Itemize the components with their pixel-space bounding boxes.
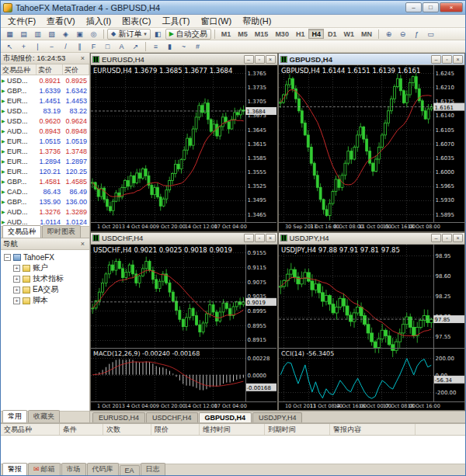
- new-order-button[interactable]: ◆新订单▾: [107, 29, 151, 40]
- expand-icon[interactable]: +: [13, 297, 20, 304]
- chart-minimize-button[interactable]: –: [431, 234, 441, 242]
- navigator-item-EA交易[interactable]: +EA交易: [1, 284, 89, 295]
- menu-item[interactable]: 插入(I): [81, 15, 116, 28]
- chart-titlebar[interactable]: EURUSD,H4 – ▫ ×: [91, 54, 277, 65]
- navigator-item-脚本[interactable]: +脚本: [1, 295, 89, 306]
- market-watch-row[interactable]: ▶GBP...1.45811.4585: [1, 176, 89, 186]
- chart-tab-USDCHF,H4[interactable]: USDCHF,H4: [146, 412, 198, 422]
- chart-close-button[interactable]: ×: [453, 234, 463, 242]
- market-watch-row[interactable]: ▶USD...0.89210.8925: [1, 75, 89, 85]
- chart-titlebar[interactable]: GBPUSD,H4 – ▫ ×: [279, 54, 465, 65]
- timeframe-button-m30[interactable]: M30: [272, 29, 292, 39]
- terminal-tab-日志[interactable]: 日志: [141, 463, 165, 475]
- zoom-in-icon[interactable]: ⊕: [382, 29, 395, 40]
- candles-chart-icon[interactable]: ▮: [163, 41, 176, 52]
- profiles-icon[interactable]: ▤: [17, 29, 30, 40]
- chart-window-usdchf[interactable]: USDCHF,H4 – ▫ × 0.002280.0000-0.00168MAC…: [90, 232, 278, 412]
- market-watch-row[interactable]: ▶USD...0.96200.9624: [1, 116, 89, 126]
- market-watch-row[interactable]: ▶EUR...120.21120.25: [1, 166, 89, 176]
- chart-minimize-button[interactable]: –: [431, 55, 441, 64]
- market-watch-row[interactable]: ▶EUR...1.28941.2897: [1, 156, 89, 166]
- chart-window-gbpusd[interactable]: GBPUSD,H4 – ▫ × 1.62451.62101.61751.6140…: [278, 53, 466, 232]
- market-watch-row[interactable]: ▶AUD...1.32761.3289: [1, 207, 89, 217]
- chart-canvas-usdchf[interactable]: 0.002280.0000-0.00168MACD(12,26,9) -0.00…: [91, 245, 277, 411]
- arrow-tool-icon[interactable]: ↗: [129, 41, 142, 52]
- market-watch-row[interactable]: ▶GBP...135.90136.00: [1, 196, 89, 207]
- terminal-icon[interactable]: ▣: [73, 29, 86, 40]
- zoom-out-icon[interactable]: ⊖: [396, 29, 409, 40]
- market-watch-tab-即时图表[interactable]: 即时图表: [42, 225, 81, 238]
- timeframe-button-h4[interactable]: H4: [308, 29, 324, 39]
- close-icon[interactable]: ×: [78, 54, 87, 62]
- window-close-button[interactable]: ×: [440, 2, 463, 12]
- bars-chart-icon[interactable]: ≡: [149, 41, 162, 52]
- expand-icon[interactable]: +: [13, 265, 20, 272]
- market-watch-row[interactable]: ▶USD...83.1983.22: [1, 106, 89, 116]
- timeframe-button-w1[interactable]: W1: [340, 29, 357, 39]
- trendline-icon[interactable]: /: [59, 41, 72, 52]
- chart-canvas-eurusd[interactable]: 1.37651.37351.37051.36751.36451.36151.35…: [91, 65, 277, 231]
- grid-icon[interactable]: #: [191, 41, 204, 52]
- chart-window-eurusd[interactable]: EURUSD,H4 – ▫ × 1.37651.37351.37051.3675…: [90, 53, 278, 232]
- data-window-icon[interactable]: ▧: [45, 29, 58, 40]
- menu-item[interactable]: 帮助(H): [237, 15, 276, 28]
- timeframe-button-m5[interactable]: M5: [235, 29, 251, 39]
- fibonacci-icon[interactable]: F: [87, 41, 100, 52]
- vertical-line-icon[interactable]: |: [31, 41, 44, 52]
- window-minimize-button[interactable]: –: [405, 2, 422, 12]
- menu-item[interactable]: 图表(C): [116, 15, 156, 28]
- chart-restore-button[interactable]: ▫: [442, 234, 452, 242]
- navigator-root[interactable]: − TahoeFX: [1, 252, 89, 262]
- chart-restore-button[interactable]: ▫: [255, 55, 265, 64]
- navigator-tab-收藏夹[interactable]: 收藏夹: [28, 410, 60, 422]
- menu-item[interactable]: 查看(V): [41, 15, 81, 28]
- chart-minimize-button[interactable]: –: [244, 55, 254, 64]
- collapse-icon[interactable]: −: [4, 254, 11, 261]
- timeframe-button-mn[interactable]: MN: [358, 29, 375, 39]
- autotrading-button[interactable]: ▶自动交易: [165, 29, 211, 40]
- window-maximize-button[interactable]: □: [423, 2, 439, 12]
- text-icon[interactable]: A: [115, 41, 128, 52]
- navigator-icon[interactable]: ◈: [59, 29, 72, 40]
- terminal-tab-邮箱[interactable]: ✉邮箱: [28, 463, 61, 475]
- shapes-icon[interactable]: □: [101, 41, 114, 52]
- chart-canvas-usdjpy[interactable]: 200.000.00-200.00-56.34CCI(14) -56.34059…: [279, 245, 465, 411]
- menu-item[interactable]: 窗口(W): [195, 15, 237, 28]
- timeframe-button-h1[interactable]: H1: [293, 29, 308, 39]
- market-watch-row[interactable]: ▶CAD...86.4386.49: [1, 186, 89, 196]
- market-watch-tab-交易品种[interactable]: 交易品种: [2, 225, 41, 238]
- navigator-item-账户[interactable]: +账户: [1, 262, 89, 273]
- chart-tab-EURUSD,H4[interactable]: EURUSD,H4: [92, 412, 145, 422]
- chart-titlebar[interactable]: USDJPY,H4 – ▫ ×: [279, 233, 465, 245]
- cursor-icon[interactable]: ↖: [3, 41, 16, 52]
- indicators-icon[interactable]: ƒ: [410, 29, 423, 40]
- market-watch-row[interactable]: ▶EUR...1.44511.4453: [1, 96, 89, 106]
- line-chart-icon[interactable]: ~: [177, 41, 190, 52]
- menu-item[interactable]: 文件(F): [2, 15, 41, 28]
- crosshair-icon[interactable]: +: [17, 41, 30, 52]
- chart-close-button[interactable]: ×: [453, 55, 463, 64]
- expand-icon[interactable]: +: [13, 287, 20, 294]
- navigator-item-技术指标[interactable]: +技术指标: [1, 273, 89, 284]
- chart-tab-GBPUSD,H4[interactable]: GBPUSD,H4: [199, 412, 252, 422]
- chart-titlebar[interactable]: USDCHF,H4 – ▫ ×: [91, 233, 277, 245]
- timeframe-button-m15[interactable]: M15: [252, 29, 272, 39]
- menu-item[interactable]: 工具(T): [156, 15, 195, 28]
- horizontal-line-icon[interactable]: −: [45, 41, 58, 52]
- templates-icon[interactable]: ▭: [424, 29, 437, 40]
- timeframe-button-d1[interactable]: D1: [325, 29, 340, 39]
- strategy-tester-icon[interactable]: ◎: [87, 29, 100, 40]
- expand-icon[interactable]: +: [13, 276, 20, 283]
- channel-icon[interactable]: ∥: [73, 41, 86, 52]
- chart-restore-button[interactable]: ▫: [442, 55, 452, 64]
- chart-restore-button[interactable]: ▫: [255, 234, 265, 242]
- market-watch-row[interactable]: ▶EUR...1.05151.0519: [1, 136, 89, 146]
- market-watch-row[interactable]: ▶EUR...1.37361.3748: [1, 146, 89, 156]
- market-watch-icon[interactable]: ▥: [31, 29, 44, 40]
- chart-minimize-button[interactable]: –: [244, 234, 254, 242]
- close-icon[interactable]: ×: [78, 240, 87, 248]
- new-chart-icon[interactable]: ▦: [3, 29, 16, 40]
- chart-window-usdjpy[interactable]: USDJPY,H4 – ▫ × 200.000.00-200.00-56.34C…: [278, 232, 466, 412]
- terminal-tab-代码库[interactable]: 代码库: [87, 463, 119, 475]
- window-titlebar[interactable]: TahoeFX MetaTrader 4 - GBPUSD,H4 – □ ×: [1, 1, 465, 15]
